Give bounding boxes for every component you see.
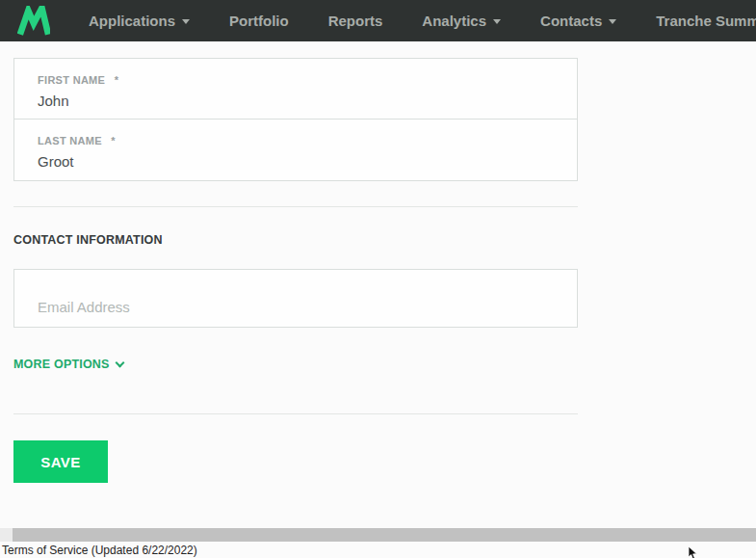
zigzag-m-logo[interactable] — [17, 6, 50, 36]
contact-form: FIRST NAME * LAST NAME * CONTACT INFORMA… — [0, 58, 578, 483]
email-address-input[interactable] — [14, 299, 577, 327]
chevron-down-icon — [115, 359, 124, 368]
save-button[interactable]: SAVE — [13, 440, 108, 483]
last-name-label: LAST NAME — [38, 135, 102, 146]
horizontal-scrollbar-track[interactable] — [0, 528, 756, 542]
nav-item-applications[interactable]: Applications — [89, 13, 190, 29]
first-name-input[interactable] — [38, 93, 554, 109]
last-name-input[interactable] — [38, 153, 554, 170]
mouse-cursor-icon — [688, 546, 699, 558]
caret-down-icon — [493, 19, 501, 24]
terms-of-service-link[interactable]: Terms of Service (Updated 6/22/2022) — [2, 544, 197, 557]
nav-item-tranche-summaries[interactable]: Tranche Summaries — [656, 13, 756, 29]
more-options-label: MORE OPTIONS — [13, 358, 110, 371]
nav-item-label: Applications — [89, 13, 175, 29]
top-nav-bar: Applications Portfolio Reports Analytics… — [0, 0, 756, 41]
more-options-toggle[interactable]: MORE OPTIONS — [13, 358, 123, 371]
email-field-box — [13, 269, 578, 328]
required-asterisk: * — [115, 74, 118, 86]
nav-item-label: Portfolio — [229, 13, 289, 29]
nav-item-contacts[interactable]: Contacts — [540, 13, 616, 29]
section-divider — [13, 413, 578, 414]
first-name-label: FIRST NAME — [38, 74, 105, 86]
first-name-field-cell: FIRST NAME * — [14, 59, 577, 120]
name-fields-group: FIRST NAME * LAST NAME * — [13, 58, 578, 181]
section-divider — [13, 206, 578, 207]
required-asterisk: * — [111, 135, 115, 146]
nav-item-label: Tranche Summaries — [656, 13, 756, 29]
nav-item-reports[interactable]: Reports — [328, 13, 383, 29]
last-name-field-cell: LAST NAME * — [14, 120, 577, 180]
nav-item-label: Reports — [328, 13, 383, 29]
horizontal-scrollbar-thumb[interactable] — [13, 528, 756, 542]
nav-item-label: Contacts — [540, 13, 602, 29]
nav-item-portfolio[interactable]: Portfolio — [229, 13, 289, 29]
nav-item-analytics[interactable]: Analytics — [422, 13, 501, 29]
contact-information-heading: CONTACT INFORMATION — [13, 233, 578, 247]
nav-item-label: Analytics — [422, 13, 486, 29]
caret-down-icon — [182, 19, 190, 24]
caret-down-icon — [609, 19, 616, 24]
